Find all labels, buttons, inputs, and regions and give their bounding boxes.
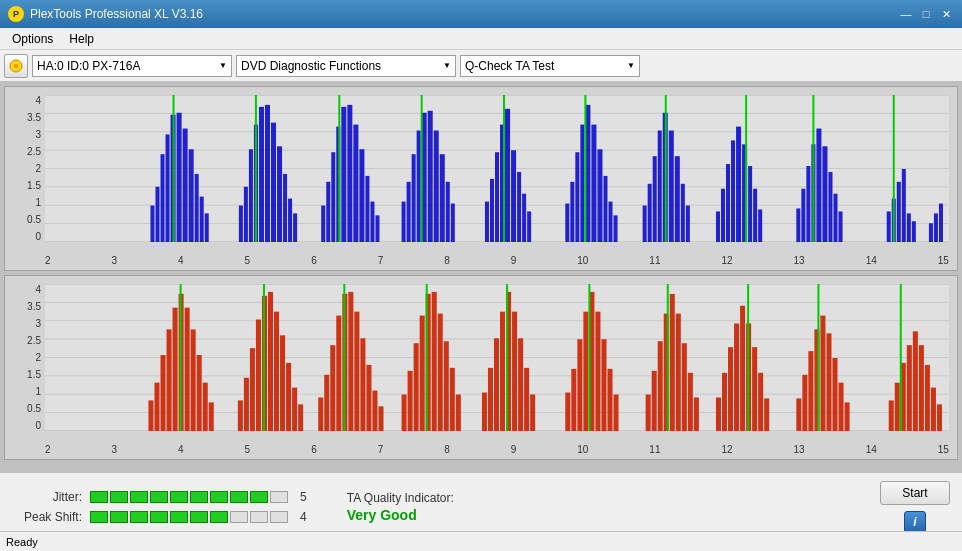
svg-rect-144 (256, 320, 261, 431)
svg-rect-61 (517, 172, 521, 242)
app-icon: P (8, 6, 24, 22)
svg-rect-200 (716, 397, 721, 431)
svg-rect-131 (154, 383, 159, 431)
svg-rect-184 (577, 339, 582, 431)
svg-rect-203 (734, 323, 739, 431)
peakshift-block-6 (190, 511, 208, 523)
svg-rect-168 (432, 292, 437, 431)
svg-rect-148 (280, 335, 285, 431)
svg-rect-99 (833, 194, 837, 242)
svg-rect-170 (444, 341, 449, 431)
start-button[interactable]: Start (880, 481, 950, 505)
ta-quality-label: TA Quality Indicator: (347, 491, 454, 505)
svg-rect-137 (191, 329, 196, 431)
svg-rect-80 (675, 156, 680, 242)
svg-rect-142 (244, 378, 249, 431)
svg-rect-36 (331, 152, 335, 242)
svg-rect-27 (259, 107, 264, 242)
svg-rect-206 (752, 347, 757, 431)
svg-rect-85 (726, 164, 730, 242)
ta-quality-section: TA Quality Indicator: Very Good (347, 491, 454, 523)
svg-rect-33 (293, 213, 297, 242)
jitter-block-6 (190, 491, 208, 503)
jitter-block-8 (230, 491, 248, 503)
svg-rect-179 (518, 338, 523, 431)
svg-rect-173 (482, 393, 487, 431)
svg-rect-74 (643, 205, 647, 242)
svg-rect-53 (446, 182, 450, 242)
peakshift-block-10 (270, 511, 288, 523)
bottom-chart-svg (45, 284, 949, 431)
svg-rect-20 (195, 174, 199, 242)
svg-rect-12 (150, 205, 154, 242)
svg-rect-216 (839, 383, 844, 431)
svg-rect-152 (318, 397, 323, 431)
svg-rect-197 (682, 343, 687, 431)
ta-quality-value: Very Good (347, 507, 454, 523)
jitter-block-3 (130, 491, 148, 503)
svg-rect-169 (438, 314, 443, 431)
jitter-block-5 (170, 491, 188, 503)
function-arrow-icon: ▼ (443, 61, 451, 70)
svg-rect-13 (155, 187, 159, 242)
svg-rect-104 (902, 169, 906, 242)
peakshift-block-8 (230, 511, 248, 523)
minimize-button[interactable]: — (898, 7, 914, 21)
svg-rect-155 (336, 316, 341, 431)
svg-rect-217 (845, 402, 850, 431)
svg-rect-208 (764, 398, 769, 431)
jitter-label: Jitter: (12, 490, 82, 504)
svg-rect-207 (758, 373, 763, 431)
function-dropdown[interactable]: DVD Diagnostic Functions ▼ (236, 55, 456, 77)
svg-rect-183 (571, 369, 576, 431)
svg-rect-100 (839, 211, 843, 242)
svg-rect-171 (450, 368, 455, 431)
metrics-section: Jitter: 5 Peak Shift: (12, 490, 307, 524)
svg-rect-84 (721, 189, 725, 242)
maximize-button[interactable]: □ (918, 7, 934, 21)
svg-rect-44 (375, 215, 379, 242)
info-button[interactable]: i (904, 511, 926, 533)
menu-help[interactable]: Help (61, 30, 102, 48)
svg-rect-196 (676, 314, 681, 431)
close-button[interactable]: ✕ (938, 7, 954, 21)
svg-rect-62 (522, 194, 526, 242)
svg-rect-158 (354, 312, 359, 431)
svg-rect-63 (527, 211, 531, 242)
bottom-chart-y-axis: 4 3.5 3 2.5 2 1.5 1 0.5 0 (5, 284, 45, 431)
bottom-panel: Jitter: 5 Peak Shift: (0, 472, 962, 540)
menu-options[interactable]: Options (4, 30, 61, 48)
svg-rect-134 (173, 308, 178, 431)
svg-rect-57 (495, 152, 499, 242)
svg-rect-55 (485, 202, 489, 242)
svg-rect-175 (494, 338, 499, 431)
svg-rect-172 (456, 394, 461, 431)
svg-rect-188 (601, 339, 606, 431)
drive-dropdown[interactable]: HA:0 ID:0 PX-716A ▼ (32, 55, 232, 77)
svg-rect-87 (736, 127, 741, 242)
svg-rect-204 (740, 306, 745, 431)
svg-rect-51 (434, 131, 439, 242)
svg-rect-52 (440, 154, 445, 242)
svg-rect-83 (716, 211, 720, 242)
svg-rect-153 (324, 375, 329, 431)
svg-rect-190 (614, 394, 619, 431)
svg-rect-211 (808, 351, 813, 431)
svg-rect-72 (608, 202, 612, 242)
jitter-row: Jitter: 5 (12, 490, 307, 504)
top-chart: 4 3.5 3 2.5 2 1.5 1 0.5 0 (4, 86, 958, 271)
svg-rect-77 (658, 131, 662, 242)
toolbar-drive-icon[interactable] (4, 54, 28, 78)
svg-rect-48 (417, 131, 421, 242)
svg-rect-174 (488, 368, 493, 431)
svg-rect-185 (583, 312, 588, 431)
svg-rect-66 (575, 152, 579, 242)
svg-rect-109 (939, 204, 943, 242)
svg-rect-160 (366, 365, 371, 431)
test-dropdown[interactable]: Q-Check TA Test ▼ (460, 55, 640, 77)
svg-rect-96 (816, 129, 821, 242)
svg-rect-213 (820, 316, 825, 431)
jitter-block-9 (250, 491, 268, 503)
peakshift-block-5 (170, 511, 188, 523)
svg-rect-41 (359, 149, 364, 242)
